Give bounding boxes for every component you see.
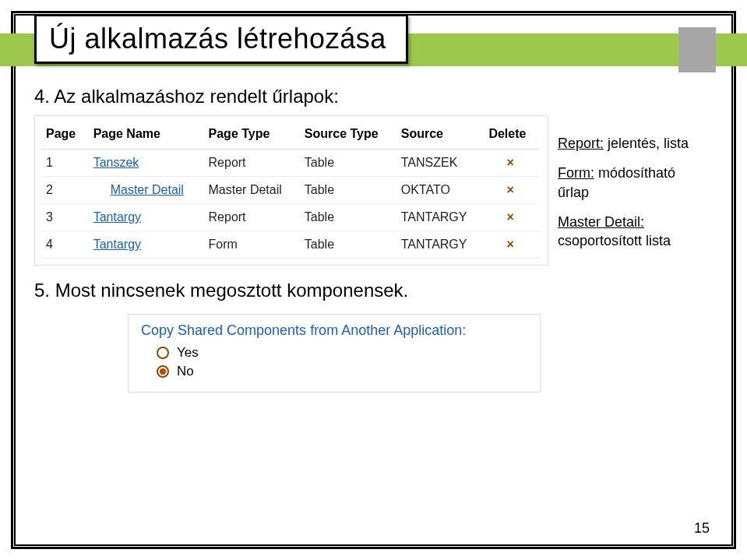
delete-link[interactable]: × — [484, 150, 540, 177]
radio-no-label: No — [177, 364, 194, 379]
page-name-link[interactable]: Tanszek — [93, 156, 139, 169]
columns: Page Page Name Page Type Source Type Sou… — [34, 115, 721, 393]
radio-no[interactable] — [157, 365, 169, 378]
bullet-5: 5. Most nincsenek megosztott komponensek… — [34, 280, 548, 301]
slide-title: Új alkalmazás létrehozása — [49, 23, 386, 55]
cell-page-num: 2 — [41, 177, 89, 204]
cell-page-name: Master Detail — [89, 177, 204, 204]
left-column: Page Page Name Page Type Source Type Sou… — [34, 115, 548, 393]
col-page-type: Page Type — [204, 122, 300, 150]
cell-page-type: Master Detail — [204, 177, 300, 204]
bullet-4: 4. Az alkalmazáshoz rendelt űrlapok: — [34, 86, 721, 107]
cell-source: TANTARGY — [396, 231, 484, 259]
table-header-row: Page Page Name Page Type Source Type Sou… — [41, 122, 540, 150]
col-source-type: Source Type — [300, 122, 396, 150]
legend-form: Form: módosítható űrlap — [558, 164, 706, 202]
radio-yes-label: Yes — [177, 345, 199, 361]
content-area: 4. Az alkalmazáshoz rendelt űrlapok: Pag… — [34, 86, 721, 534]
cell-page-num: 3 — [41, 204, 89, 231]
cell-page-name: Tanszek — [89, 150, 204, 177]
cell-page-name: Tantargy — [89, 204, 204, 231]
page-name-link[interactable]: Tantargy — [93, 210, 141, 224]
page-name-link[interactable]: Master Detail — [93, 183, 184, 197]
cell-source-type: Table — [300, 204, 396, 231]
col-page-name: Page Name — [89, 122, 204, 150]
shared-components-label: Copy Shared Components from Another Appl… — [141, 322, 526, 339]
corner-shadow — [678, 27, 716, 72]
page-name-link[interactable]: Tantargy — [93, 238, 141, 251]
table-row: 3 Tantargy Report Table TANTARGY × — [41, 204, 540, 231]
legend-form-title: Form: — [558, 165, 594, 181]
pages-table: Page Page Name Page Type Source Type Sou… — [41, 122, 540, 259]
delete-link[interactable]: × — [484, 231, 540, 259]
slide: Új alkalmazás létrehozása 4. Az alkalmaz… — [0, 0, 747, 560]
cell-page-num: 4 — [41, 231, 89, 259]
delete-link[interactable]: × — [484, 204, 540, 231]
cell-page-type: Report — [204, 150, 300, 177]
cell-page-num: 1 — [41, 150, 89, 177]
table-row: 2 Master Detail Master Detail Table OKTA… — [41, 177, 540, 204]
legend-column: Report: jelentés, lista Form: módosíthat… — [558, 115, 706, 250]
cell-source-type: Table — [300, 231, 396, 259]
cell-source: OKTATO — [396, 177, 484, 204]
pages-table-screenshot: Page Page Name Page Type Source Type Sou… — [34, 115, 548, 266]
legend-master: Master Detail: csoportosított lista — [558, 213, 706, 251]
table-row: 4 Tantargy Form Table TANTARGY × — [41, 231, 540, 259]
legend-report-title: Report: — [558, 136, 604, 151]
col-page: Page — [41, 122, 89, 150]
cell-page-name: Tantargy — [89, 231, 204, 259]
cell-source-type: Table — [300, 150, 396, 177]
title-box: Új alkalmazás létrehozása — [34, 14, 408, 64]
page-number: 15 — [694, 520, 710, 537]
shared-components-screenshot: Copy Shared Components from Another Appl… — [128, 314, 541, 393]
cell-source: TANSZEK — [396, 150, 484, 177]
col-source: Source — [396, 122, 484, 150]
legend-report: Report: jelentés, lista — [558, 134, 706, 153]
radio-yes[interactable] — [157, 347, 169, 359]
radio-yes-row[interactable]: Yes — [157, 343, 526, 362]
cell-page-type: Form — [204, 231, 300, 259]
cell-source-type: Table — [300, 177, 396, 204]
cell-page-type: Report — [204, 204, 300, 231]
legend-master-title: Master Detail: — [558, 214, 644, 230]
cell-source: TANTARGY — [396, 204, 484, 231]
col-delete: Delete — [484, 122, 540, 150]
radio-no-row[interactable]: No — [157, 362, 526, 381]
table-row: 1 Tanszek Report Table TANSZEK × — [41, 150, 540, 177]
delete-link[interactable]: × — [484, 177, 540, 204]
